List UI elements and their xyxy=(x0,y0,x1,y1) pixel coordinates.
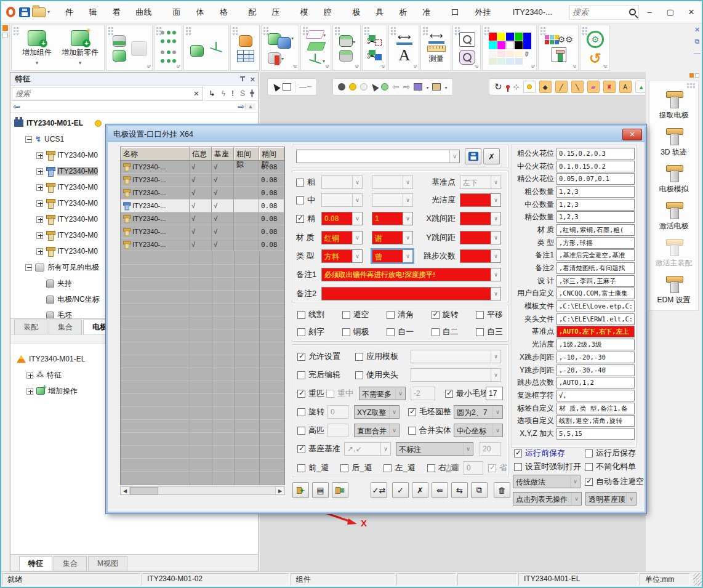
ygap-select[interactable] xyxy=(460,231,501,244)
confirm-button[interactable]: ✓ xyxy=(392,482,409,498)
ribbon-float-icon[interactable]: ⧉ xyxy=(695,38,700,46)
dialog-titlebar[interactable]: 电极设置-口口外挂 X64 xyxy=(108,126,645,142)
expand-icon[interactable] xyxy=(36,184,43,191)
copy-button[interactable]: ⧉ xyxy=(471,482,488,498)
blank-round-select[interactable]: 圆为2、7 xyxy=(454,405,503,419)
dot-pattern2-icon[interactable] xyxy=(161,50,177,66)
scroll-left-icon[interactable]: ◀ xyxy=(121,487,130,494)
coord-mode-select[interactable]: 中心坐标 xyxy=(454,424,503,437)
nav-forward-icon[interactable] xyxy=(238,102,245,111)
mid-gap-select[interactable] xyxy=(321,193,363,207)
display-mode-dropdown[interactable] xyxy=(426,83,428,91)
default-field-input[interactable]: √, xyxy=(556,390,635,401)
panel-mini-icon[interactable] xyxy=(689,73,694,78)
capped-cube-icon[interactable] xyxy=(339,35,353,47)
finish-select[interactable] xyxy=(460,193,501,207)
datum-select[interactable]: 左下 xyxy=(460,175,501,189)
save-before-checkbox[interactable]: 运行前保存 xyxy=(514,448,565,458)
body-filter-button[interactable]: ♜ xyxy=(603,81,616,93)
settings-grid-icon[interactable] xyxy=(545,35,559,44)
text-icon[interactable]: A xyxy=(398,47,410,63)
base-datum-checkbox[interactable]: 基座基准 xyxy=(297,444,340,454)
type-select[interactable]: 方料 xyxy=(321,249,363,263)
col-base[interactable]: 基座 xyxy=(212,147,234,161)
curve-filter-button[interactable]: ╲ xyxy=(571,81,584,93)
allow-setup-checkbox[interactable]: 允许设置 xyxy=(297,352,340,361)
default-field-input[interactable]: ,-10,-20,-30 xyxy=(556,352,635,363)
default-field-input[interactable]: 1,2,3 xyxy=(556,199,635,211)
table-row[interactable]: ITY2340-... √ √ 0.08 xyxy=(121,225,284,238)
col-fine-gap[interactable]: 精间隙 xyxy=(259,147,284,161)
xgap-select[interactable] xyxy=(460,212,501,225)
default-field-input[interactable]: ,1级,2级,3级 xyxy=(556,339,635,350)
pin-filter-icon[interactable] xyxy=(506,85,510,89)
clear-search-icon[interactable] xyxy=(190,89,202,98)
alert-filter-icon[interactable] xyxy=(231,89,234,98)
edge-input[interactable]: 0 xyxy=(464,461,483,475)
material2-select[interactable]: 谢 xyxy=(372,231,413,244)
table-row[interactable]: ITY2340-... √ √ 0.08 xyxy=(121,187,284,199)
trim-scissors-icon[interactable]: ✂ xyxy=(369,34,382,48)
dot-pattern-icon[interactable] xyxy=(161,31,177,47)
line-style-icon[interactable]: — ┈ xyxy=(299,83,311,91)
expand-icon[interactable] xyxy=(36,232,43,239)
default-field-input[interactable]: 0.1,0.15,0.2 xyxy=(556,161,635,172)
bottom-tab[interactable]: 集合 xyxy=(54,556,87,571)
bottom-tab[interactable]: 特征 xyxy=(19,556,52,571)
default-field-input[interactable]: 0.15,0.2,0.3 xyxy=(556,148,635,159)
default-field-input[interactable]: ,C:\ELE\Love.etp,C: xyxy=(556,300,635,312)
mid-qty-select[interactable] xyxy=(372,193,413,207)
table-row[interactable]: ITY2340-... √ √ 0.08 xyxy=(121,199,284,212)
face-filter-button[interactable]: ◆ xyxy=(539,81,552,93)
tree-scroll-up[interactable]: ▲ xyxy=(245,103,255,110)
export-electrode-button[interactable]: + xyxy=(292,482,309,498)
blank-round-checkbox[interactable]: 毛坯圆整 xyxy=(408,407,451,417)
default-field-input[interactable]: ,看清楚图纸,有问题找 xyxy=(556,262,635,274)
goto-icon[interactable] xyxy=(209,89,215,98)
scroll-thumb[interactable] xyxy=(130,487,158,494)
expand-icon[interactable] xyxy=(36,152,43,159)
default-field-input[interactable]: 0.05,0.07,0.1 xyxy=(556,173,635,185)
delete-button[interactable]: 🗑 xyxy=(494,482,510,498)
cube-axis-icon[interactable] xyxy=(190,45,204,57)
color-palette-icon[interactable] xyxy=(489,33,531,49)
light-palette-icon[interactable]: ✎ xyxy=(489,50,531,65)
default-field-input[interactable]: ,CNCQQ.COM,富士康集 xyxy=(556,288,635,299)
panel-close-icon[interactable] xyxy=(250,75,255,84)
next-icon[interactable] xyxy=(403,82,411,92)
use-holder-checkbox[interactable]: 使用夹头 xyxy=(355,370,398,380)
flag-checkbox[interactable]: 线割 xyxy=(297,310,324,320)
split-scissors-icon[interactable]: ✂ xyxy=(369,49,382,63)
electrode-table[interactable]: 名称 信息 基座 粗间隙 精间隙 ITY2340-... √ √ 0.08 xyxy=(120,147,285,485)
mark-mode-select[interactable]: 不标注 xyxy=(396,442,473,456)
electrode-tool-button[interactable]: EDM 设置 xyxy=(649,275,698,305)
plane-filter-button[interactable]: ▰ xyxy=(587,81,600,93)
prev-icon[interactable] xyxy=(392,82,400,92)
save-settings-button[interactable] xyxy=(465,148,481,164)
flag-checkbox[interactable]: 铜极 xyxy=(342,327,369,337)
avoid-checkbox[interactable]: 前_避 xyxy=(297,463,329,473)
export-excel-button[interactable]: ▦ xyxy=(332,482,348,498)
panel-tab[interactable]: 装配 xyxy=(14,320,47,334)
col-rough-gap[interactable]: 粗间隙 xyxy=(234,147,259,161)
template-select[interactable] xyxy=(296,150,460,163)
fine-checkbox[interactable]: 精 xyxy=(296,214,315,224)
flag-checkbox[interactable]: 平移 xyxy=(476,310,503,320)
point-filter-button[interactable] xyxy=(523,81,536,93)
part-list-icon[interactable] xyxy=(239,35,252,47)
col-info[interactable]: 信息 xyxy=(190,147,212,161)
docked-panel-icon[interactable] xyxy=(2,25,8,31)
plane-icon[interactable] xyxy=(307,42,326,50)
holder-file-select[interactable] xyxy=(411,368,501,382)
rotate-input[interactable]: 0 xyxy=(327,405,348,419)
bottom-tab[interactable]: M视图 xyxy=(88,556,127,571)
save-icon[interactable] xyxy=(19,7,30,17)
multi-mode-select[interactable]: 不需要多 xyxy=(359,387,406,400)
rematch-checkbox[interactable]: 重匹 xyxy=(297,389,324,398)
add-new-part-button[interactable]: +✳ 增加新零件 xyxy=(61,30,99,66)
rotate-view-icon[interactable] xyxy=(494,81,502,92)
flag-checkbox[interactable]: 避空 xyxy=(342,310,369,320)
fine-gap-select[interactable]: 0.08 xyxy=(321,212,363,225)
sort-icon[interactable] xyxy=(240,89,245,98)
ribbon-close-icon[interactable]: ✕ xyxy=(694,26,700,34)
